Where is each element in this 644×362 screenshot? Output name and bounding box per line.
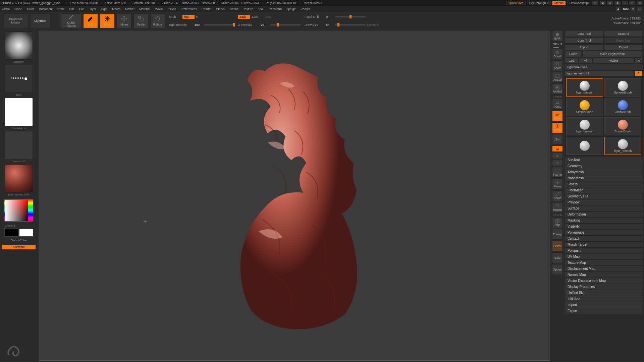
goz-all-button[interactable]: All (579, 58, 592, 64)
section-initialize[interactable]: Initialize (565, 296, 643, 302)
zcut-toggle[interactable]: Zcut (265, 15, 277, 18)
minimize-button[interactable]: ━ (622, 1, 628, 5)
lightbox-button[interactable]: LightBox (30, 13, 50, 28)
mrgb-toggle[interactable]: Mrgb (169, 15, 181, 18)
section-geometry-hd[interactable]: Geometry HD (565, 193, 643, 199)
maximize-button[interactable]: ▢ (629, 1, 635, 5)
alternate-button[interactable]: Alternate (2, 245, 36, 249)
quicksave-button[interactable]: QuickSave (506, 1, 526, 5)
m-toggle[interactable]: M (196, 15, 208, 18)
transp-button[interactable]: Transp (552, 229, 563, 240)
polyf-button[interactable]: PolyF (552, 217, 563, 228)
menu-stroke[interactable]: Stroke (230, 7, 238, 11)
menu-zplugin[interactable]: Zplugin (286, 7, 297, 11)
panel-expand-icon[interactable]: ▢ (637, 7, 642, 11)
local-button[interactable]: Local (552, 122, 563, 133)
edit-button[interactable]: Edit (83, 13, 98, 28)
rotate-button[interactable]: Rotate (150, 13, 165, 28)
aahalf-button[interactable]: AAHalf (552, 84, 563, 95)
target-button[interactable]: ◎ (552, 160, 563, 166)
section-morph-target[interactable]: Morph Target (565, 241, 643, 247)
make-polymesh-button[interactable]: Make PolyMesh3D (582, 51, 643, 57)
menu-light[interactable]: Light (101, 7, 108, 11)
import-button[interactable]: Import (565, 44, 603, 50)
tool-thumb[interactable]: SimpleBrush (566, 98, 603, 116)
section-uv-map[interactable]: UV Map (565, 253, 643, 259)
zsub-toggle[interactable]: Zsub (252, 15, 264, 18)
stroke-selector[interactable] (5, 65, 33, 93)
section-unified-skin[interactable]: Unified Skin (565, 290, 643, 296)
menu-movie[interactable]: Movie (155, 7, 163, 11)
brush-selector[interactable] (5, 32, 33, 60)
zoom-button[interactable]: Zoom (552, 60, 563, 71)
rgb-intensity-slider[interactable] (204, 24, 234, 25)
tool-thumb[interactable]: figur_remesh (566, 78, 603, 97)
layout3-button[interactable]: ▤ (607, 1, 613, 5)
menus-button[interactable]: Menus (552, 1, 566, 5)
xyz-button[interactable]: xyz (552, 146, 563, 152)
switchcolor-button[interactable]: SwitchColor (2, 238, 36, 243)
nav-scale-button[interactable]: Scale (552, 190, 563, 201)
menu-transform[interactable]: Transform (268, 7, 282, 11)
menu-draw[interactable]: Draw (57, 7, 64, 11)
menu-alpha[interactable]: Alpha (2, 7, 10, 11)
tool-thumb[interactable]: EraserBrush (604, 117, 641, 135)
nav-rotate-button[interactable]: Rotate (552, 202, 563, 213)
menu-texture[interactable]: Texture (243, 7, 253, 11)
hide-button[interactable]: ◐ (614, 1, 621, 5)
menu-picker[interactable]: Picker (167, 7, 176, 11)
tool-thumb[interactable] (566, 137, 603, 155)
tool-r-button[interactable]: R (635, 70, 643, 76)
tool-thumb[interactable]: figur_remesh (566, 117, 603, 135)
zadd-toggle[interactable]: Zadd (238, 15, 250, 19)
section-arraymesh[interactable]: ArrayMesh (565, 169, 643, 175)
menu-preferences[interactable]: Preferences (180, 7, 197, 11)
section-displacement-map[interactable]: Displacement Map (565, 265, 643, 272)
menu-document[interactable]: Document (39, 7, 53, 11)
ghost-button[interactable]: Ghost (552, 241, 563, 251)
nav-move-button[interactable]: Move (552, 179, 563, 189)
section-masking[interactable]: Masking (565, 217, 643, 223)
lsym-button[interactable]: LSym (552, 134, 563, 145)
gradient-label[interactable]: Gradient (2, 224, 36, 227)
tool-thumb[interactable]: AlphaBrush (604, 98, 641, 116)
section-visibility[interactable]: Visibility (565, 223, 643, 229)
section-fibermesh[interactable]: FiberMesh (565, 187, 643, 193)
clone-button[interactable]: Clone (565, 51, 582, 57)
section-import[interactable]: Import (565, 302, 643, 308)
persp-button[interactable]: Persp (552, 99, 563, 110)
rgb-toggle[interactable]: Rgb (182, 15, 195, 19)
export-button[interactable]: Export (604, 44, 643, 50)
menu-marker[interactable]: Marker (125, 7, 135, 11)
section-layers[interactable]: Layers (565, 181, 643, 187)
move-button[interactable]: Move (117, 13, 131, 28)
frame-button[interactable]: Frame (552, 167, 563, 178)
menu-color[interactable]: Color (27, 7, 35, 11)
panel-close-icon[interactable]: ⟲ (631, 7, 635, 11)
menu-edit[interactable]: Edit (69, 7, 74, 11)
section-preview[interactable]: Preview (565, 199, 643, 205)
section-export[interactable]: Export (565, 308, 643, 314)
texture-selector[interactable] (5, 131, 33, 159)
panel-back-icon[interactable]: ◀ (616, 7, 621, 11)
goz-button[interactable]: GoZ (565, 58, 578, 64)
menu-material[interactable]: Material (139, 7, 150, 11)
section-contact[interactable]: Contact (565, 235, 643, 241)
quicksketch-button[interactable]: Quick Sketch (61, 13, 81, 28)
menu-file[interactable]: File (79, 7, 84, 11)
solo-button[interactable]: Solo (552, 252, 563, 263)
goz-r-button[interactable]: R (635, 58, 643, 64)
center-button[interactable]: ⊕ (552, 153, 563, 159)
defaultscript-button[interactable]: DefaultZScript (567, 1, 591, 5)
material-selector[interactable] (5, 164, 33, 192)
actual-button[interactable]: Actual (552, 72, 563, 83)
focal-shift-slider[interactable] (335, 16, 366, 17)
section-geometry[interactable]: Geometry (565, 163, 643, 169)
menu-brush[interactable]: Brush (14, 7, 22, 11)
menu-zscript[interactable]: Zscript (301, 7, 310, 11)
layout1-button[interactable]: ▢ (592, 1, 598, 5)
section-deformation[interactable]: Deformation (565, 211, 643, 217)
draw-button[interactable]: Draw (100, 13, 115, 28)
swatch-secondary[interactable] (4, 229, 18, 237)
goz-visible-button[interactable]: Visible (593, 58, 634, 64)
